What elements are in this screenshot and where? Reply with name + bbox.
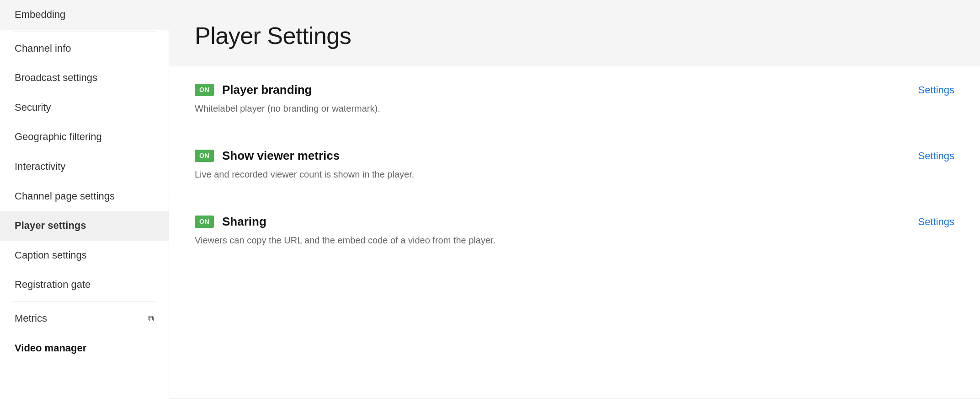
settings-row-show-viewer-metrics: ONShow viewer metricsSettingsLive and re… [169,132,980,198]
on-badge-player-branding: ON [195,84,214,97]
settings-link-player-branding[interactable]: Settings [918,84,955,96]
sidebar-item-metrics[interactable]: Metrics⧉ [0,304,169,334]
sidebar-item-label-security: Security [15,101,51,114]
sidebar-item-caption-settings[interactable]: Caption settings [0,241,169,270]
sidebar-item-label-geographic-filtering: Geographic filtering [15,130,102,144]
sidebar-bottom-label: Video manager [0,334,169,363]
sidebar-item-label-embedding: Embedding [15,8,65,22]
settings-link-sharing[interactable]: Settings [918,216,955,228]
sidebar-item-label-broadcast-settings: Broadcast settings [15,71,97,85]
sidebar-item-label-registration-gate: Registration gate [15,278,91,291]
setting-name-show-viewer-metrics: Show viewer metrics [222,149,340,163]
settings-row-header-player-branding: ONPlayer brandingSettings [195,83,954,97]
sidebar-divider [13,32,156,32]
settings-row-header-sharing: ONSharingSettings [195,215,954,229]
setting-name-player-branding: Player branding [222,83,312,97]
setting-description-player-branding: Whitelabel player (no branding or waterm… [195,102,954,115]
sidebar-item-label-metrics: Metrics [15,312,47,325]
settings-container: ONPlayer brandingSettingsWhitelabel play… [169,66,980,399]
on-badge-show-viewer-metrics: ON [195,150,214,162]
settings-link-show-viewer-metrics[interactable]: Settings [918,150,955,162]
sidebar-item-label-caption-settings: Caption settings [15,249,87,262]
sidebar-item-channel-page-settings[interactable]: Channel page settings [0,182,169,211]
settings-row-player-branding: ONPlayer brandingSettingsWhitelabel play… [169,66,980,132]
sidebar-item-label-interactivity: Interactivity [15,160,65,173]
page-header: Player Settings [169,0,980,66]
setting-description-show-viewer-metrics: Live and recorded viewer count is shown … [195,167,954,181]
main-content: Player Settings ONPlayer brandingSetting… [169,0,980,399]
sidebar-item-label-player-settings: Player settings [15,219,86,232]
sidebar-item-label-channel-info: Channel info [15,42,71,55]
settings-title-group-sharing: ONSharing [195,215,266,229]
sidebar-item-channel-info[interactable]: Channel info [0,34,169,64]
setting-description-sharing: Viewers can copy the URL and the embed c… [195,233,954,247]
sidebar: EmbeddingChannel infoBroadcast settingsS… [0,0,169,399]
sidebar-item-player-settings[interactable]: Player settings [0,211,169,241]
sidebar-item-embedding[interactable]: Embedding [0,0,169,30]
sidebar-item-broadcast-settings[interactable]: Broadcast settings [0,63,169,93]
settings-title-group-show-viewer-metrics: ONShow viewer metrics [195,149,340,163]
sidebar-item-label-channel-page-settings: Channel page settings [15,190,115,203]
settings-row-sharing: ONSharingSettingsViewers can copy the UR… [169,198,980,264]
sidebar-item-interactivity[interactable]: Interactivity [0,152,169,182]
settings-title-group-player-branding: ONPlayer branding [195,83,312,97]
settings-row-header-show-viewer-metrics: ONShow viewer metricsSettings [195,149,954,163]
sidebar-divider [13,302,156,302]
external-link-icon: ⧉ [148,313,154,324]
sidebar-item-geographic-filtering[interactable]: Geographic filtering [0,122,169,152]
page-title: Player Settings [195,22,954,49]
setting-name-sharing: Sharing [222,215,266,229]
on-badge-sharing: ON [195,216,214,228]
sidebar-item-registration-gate[interactable]: Registration gate [0,270,169,300]
sidebar-item-security[interactable]: Security [0,93,169,123]
